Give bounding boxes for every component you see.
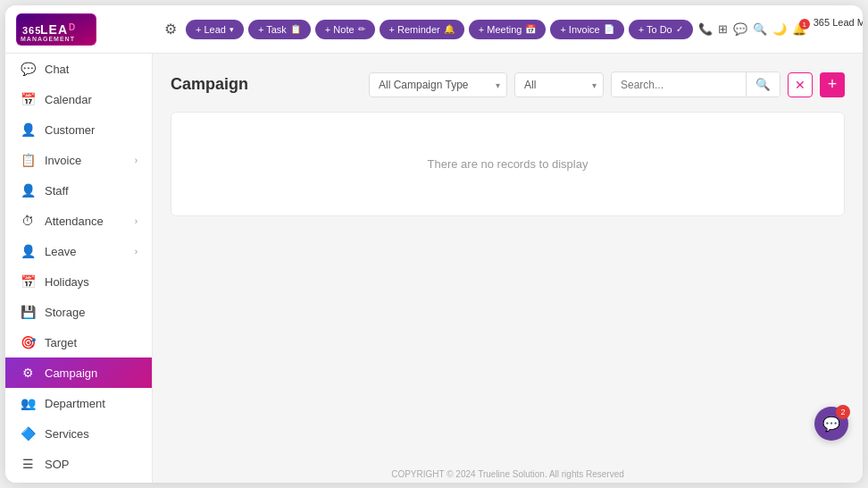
meeting-label: + Meeting [479, 24, 522, 35]
nav-icons: 📞 ⊞ 💬 🔍 🌙 🔔 1 [698, 22, 806, 36]
sidebar-label-services: Services [45, 427, 89, 441]
lead-button[interactable]: + Lead ▾ [186, 20, 244, 39]
sidebar-label-customer: Customer [45, 123, 95, 137]
empty-state: There are no records to display [171, 112, 845, 216]
sidebar-label-staff: Staff [45, 184, 69, 198]
sop-icon: ☰ [20, 457, 36, 471]
nav-right: 📞 ⊞ 💬 🔍 🌙 🔔 1 365 Lead Management Store … [698, 16, 863, 43]
chat-bubble-icon[interactable]: 💬 [733, 22, 747, 36]
sidebar-label-chat: Chat [45, 63, 69, 76]
task-label: + Task [258, 24, 287, 35]
sidebar-label-department: Department [45, 397, 105, 410]
sidebar-label-target: Target [45, 336, 77, 349]
meeting-button[interactable]: + Meeting 📅 [469, 20, 547, 39]
task-button[interactable]: + Task 📋 [248, 20, 311, 39]
reminder-label: + Reminder [389, 24, 440, 35]
status-filter-wrapper: All ▾ [514, 72, 604, 97]
sidebar-item-invoice[interactable]: 📋 Invoice › [5, 145, 152, 175]
sidebar-item-services[interactable]: 🔷 Services [5, 418, 152, 449]
sidebar-item-reports[interactable]: 📊 Reports [5, 479, 152, 483]
invoice-chevron-icon: › [135, 156, 138, 165]
main-layout: 💬 Chat 📅 Calendar 👤 Customer 📋 Invoice ›… [5, 54, 863, 483]
clear-button[interactable]: ✕ [788, 72, 813, 97]
sidebar-item-leave[interactable]: 👤 Leave › [5, 236, 152, 266]
phone-icon[interactable]: 📞 [698, 22, 713, 36]
moon-icon[interactable]: 🌙 [772, 22, 787, 36]
staff-icon: 👤 [20, 183, 36, 198]
grid-icon[interactable]: ⊞ [718, 22, 728, 36]
footer: COPYRIGHT © 2024 Trueline Solution. All … [153, 466, 863, 483]
svg-text:365: 365 [22, 25, 41, 36]
sidebar-label-attendance: Attendance [45, 215, 104, 228]
note-label: + Note [325, 24, 355, 35]
sidebar-label-storage: Storage [45, 306, 86, 319]
chat-icon: 💬 [20, 62, 36, 76]
todo-button[interactable]: + To Do ✓ [629, 20, 693, 39]
bell-icon[interactable]: 🔔 1 [792, 22, 806, 36]
page-title: Campaign [171, 75, 248, 94]
storage-icon: 💾 [20, 305, 36, 319]
sidebar-item-sop[interactable]: ☰ SOP [5, 449, 152, 479]
reminder-button[interactable]: + Reminder 🔔 [380, 20, 464, 39]
sidebar-label-campaign: Campaign [45, 366, 97, 380]
customer-icon: 👤 [20, 122, 36, 137]
sidebar: 💬 Chat 📅 Calendar 👤 Customer 📋 Invoice ›… [5, 54, 153, 483]
calendar-icon: 📅 [20, 92, 36, 106]
search-wrapper: 🔍 [611, 72, 780, 97]
sidebar-label-sop: SOP [45, 458, 69, 471]
invoice-sidebar-icon: 📋 [20, 153, 36, 167]
holidays-icon: 📅 [20, 274, 36, 289]
sidebar-item-calendar[interactable]: 📅 Calendar [5, 84, 152, 114]
footer-text: COPYRIGHT © 2024 Trueline Solution. All … [391, 469, 624, 479]
services-icon: 🔷 [20, 426, 36, 441]
attendance-chevron-icon: › [135, 216, 138, 226]
sidebar-item-attendance[interactable]: ⏱ Attendance › [5, 206, 152, 236]
todo-label: + To Do [638, 24, 672, 35]
sidebar-item-campaign[interactable]: ⚙ Campaign [5, 358, 152, 388]
campaign-header: Campaign All Campaign Type ▾ All ▾ � [171, 72, 845, 97]
sidebar-label-holidays: Holidays [45, 275, 89, 289]
add-campaign-button[interactable]: + [820, 72, 845, 97]
lead-label: + Lead [196, 24, 226, 35]
sidebar-item-customer[interactable]: 👤 Customer [5, 114, 152, 145]
top-navigation: 365 LEA D MANAGEMENT ⚙ + Lead ▾ + Task 📋… [5, 5, 863, 54]
store-name-line1: 365 Lead Management [814, 16, 863, 29]
target-icon: 🎯 [20, 335, 36, 349]
campaign-icon: ⚙ [20, 366, 36, 380]
note-button[interactable]: + Note ✏ [315, 20, 375, 39]
float-chat-badge: 2 [836, 405, 850, 419]
content-inner: Campaign All Campaign Type ▾ All ▾ � [153, 54, 863, 466]
search-icon[interactable]: 🔍 [753, 22, 767, 36]
sidebar-item-chat[interactable]: 💬 Chat [5, 54, 152, 84]
sidebar-label-calendar: Calendar [45, 93, 92, 106]
svg-text:LEA: LEA [40, 22, 68, 37]
svg-text:D: D [69, 22, 76, 32]
status-select[interactable]: All [514, 72, 604, 97]
department-icon: 👥 [20, 396, 36, 410]
sidebar-item-department[interactable]: 👥 Department [5, 388, 152, 418]
search-input[interactable] [612, 73, 746, 97]
bell-badge: 1 [799, 19, 810, 29]
filter-group: All Campaign Type ▾ All ▾ 🔍 ✕ + [369, 72, 845, 97]
user-info: 365 Lead Management Store A [814, 16, 863, 43]
top-settings-icon[interactable]: ⚙ [164, 21, 177, 38]
campaign-type-select[interactable]: All Campaign Type [369, 72, 507, 97]
sidebar-item-holidays[interactable]: 📅 Holidays [5, 266, 152, 297]
invoice-button[interactable]: + Invoice 📄 [550, 20, 623, 39]
float-chat-icon: 💬 [822, 416, 840, 433]
sidebar-item-staff[interactable]: 👤 Staff [5, 175, 152, 206]
campaign-type-filter-wrapper: All Campaign Type ▾ [369, 72, 507, 97]
float-chat-button[interactable]: 💬 2 [814, 407, 848, 441]
sidebar-item-target[interactable]: 🎯 Target [5, 327, 152, 358]
sidebar-item-storage[interactable]: 💾 Storage [5, 297, 152, 327]
store-name-line2: Store [814, 29, 863, 42]
empty-message: There are no records to display [428, 157, 588, 171]
content-area: Campaign All Campaign Type ▾ All ▾ � [153, 54, 863, 483]
leave-icon: 👤 [20, 244, 36, 258]
nav-buttons-group: + Lead ▾ + Task 📋 + Note ✏ + Reminder 🔔 … [186, 20, 693, 39]
svg-text:MANAGEMENT: MANAGEMENT [21, 36, 75, 42]
logo-area: 365 LEA D MANAGEMENT [16, 13, 159, 46]
leave-chevron-icon: › [135, 247, 138, 257]
search-button[interactable]: 🔍 [746, 72, 780, 97]
invoice-label: + Invoice [560, 24, 599, 35]
